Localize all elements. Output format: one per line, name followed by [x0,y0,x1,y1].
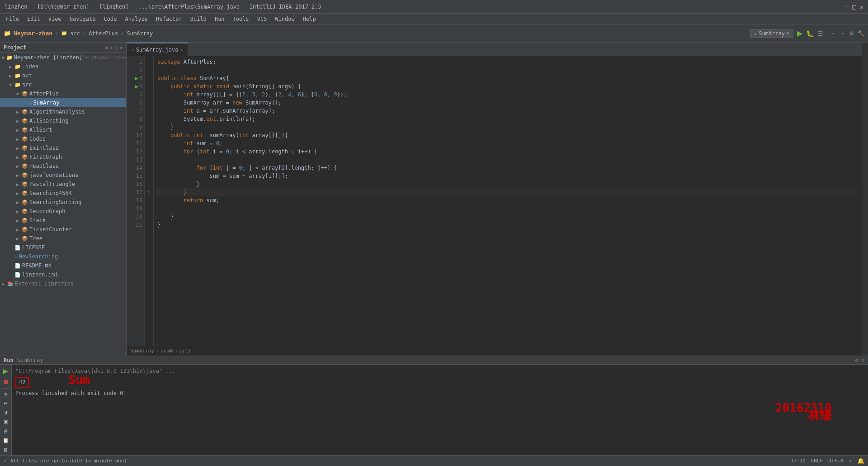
tree-readme[interactable]: 📄 README.md [0,261,126,270]
filter-btn[interactable]: ▣ [3,418,9,426]
indent-4 [157,82,170,90]
ln-2: 2 [128,66,142,74]
status-bar: ✓ All files are up-to-date (a minute ago… [0,455,868,466]
tree-stack[interactable]: ▶ 📦 Stack [0,216,126,225]
tree-secondgraph[interactable]: ▶ 📦 SecondGraph [0,207,126,216]
print-btn[interactable]: 🖨 [2,428,9,435]
tree-allsort[interactable]: ▶ 📦 AllSort [0,125,126,134]
menu-file[interactable]: File [2,15,23,23]
project-panel-header: Project ⚙ ↕ ◯ ✕ [0,43,126,53]
firstgraph-label: FirstGraph [29,154,62,160]
menu-navigate[interactable]: Navigate [66,15,99,23]
wrap-btn[interactable]: ↵ [3,399,9,407]
tree-ticketcounter[interactable]: ▶ 📦 TicketCounter [0,225,126,234]
copy-btn[interactable]: 📋 [2,437,10,444]
settings-icon[interactable]: ⚙ [855,357,859,363]
output-value: 42 [19,379,25,385]
close-btn[interactable]: ✕ [860,3,863,10]
maximize-btn[interactable]: □ [852,3,856,10]
indent-16 [157,180,197,188]
scroll-btn[interactable]: ≡ [3,390,8,398]
coverage-button[interactable]: ☰ [817,30,823,37]
tree-out[interactable]: ▶ 📁 out [0,71,126,80]
clear-btn[interactable]: 🗑 [2,446,9,453]
pause-btn[interactable]: ⏸ [2,409,9,416]
close-panel-icon[interactable]: ✕ [861,357,864,363]
tree-searching4554[interactable]: ▶ 📦 Searching4554 [0,189,126,198]
menu-run[interactable]: Run [211,15,228,23]
gi-18 [146,196,152,204]
menu-code[interactable]: Code [100,15,121,23]
menu-help[interactable]: Help [299,15,320,23]
tree-heapclass[interactable]: ▶ 📦 HeapClass [0,162,126,171]
menu-view[interactable]: View [45,15,65,23]
tab-close[interactable]: ✕ [180,47,183,52]
menu-edit[interactable]: Edit [24,15,44,23]
tree-exinclass[interactable]: ▶ 📦 ExInClass [0,143,126,152]
tree-sumarray[interactable]: ☕ SumArray [0,98,126,107]
num-0: 0 [216,139,219,147]
right-scrollbar[interactable] [862,43,868,356]
debug-button[interactable]: 🐛 [806,30,814,37]
code-content[interactable]: package AfterPlus; public class SumArray… [154,56,862,346]
tree-afterplus[interactable]: ▼ 📦 AfterPlus [0,89,126,98]
panel-icon-4[interactable]: ✕ [119,45,123,51]
back-button[interactable]: ← [831,30,836,37]
gi-19 [146,204,152,213]
tree-pascaltriangle[interactable]: ▶ 📦 PascalTriangle [0,180,126,189]
project-name: Neymar-zhen [14,30,52,37]
return-val: sum; [203,196,219,204]
panel-icon-1[interactable]: ⚙ [105,45,108,51]
menu-refactor[interactable]: Refactor [152,15,186,23]
out-label: out [22,72,32,79]
for-body-14: j = [223,164,239,172]
menu-window[interactable]: Window [271,15,298,23]
tree-algorithmanalysis[interactable]: ▶ 📦 AlgorithmAnalysis [0,107,126,116]
panel-icon-2[interactable]: ↕ [110,45,113,51]
tree-firstgraph[interactable]: ▶ 📦 FirstGraph [0,152,126,162]
panel-icon-3[interactable]: ◯ [115,45,118,51]
tree-idea[interactable]: ▶ 📁 .idea [0,62,126,71]
tree-license[interactable]: 📄 LICENSE [0,243,126,252]
tree-javafoundations[interactable]: ▶ 📦 javafoundations [0,171,126,180]
stop-btn[interactable]: ⏹ [2,377,10,386]
menu-analyze[interactable]: Analyze [121,15,151,23]
sum-annotation: Sum [69,373,90,387]
run-config-dropdown[interactable]: ▼ [787,31,789,36]
forward-button[interactable]: → [840,30,845,37]
tab-sumarray[interactable]: ☕ SumArray.java ✕ [127,43,188,56]
tree-codes[interactable]: ▶ 📦 Codes [0,134,126,143]
codes-icon: 📦 [22,136,28,142]
menu-tools[interactable]: Tools [229,15,253,23]
heapclass-label: HeapClass [29,163,59,169]
secondgraph-label: SecondGraph [29,208,65,214]
gi-9 [146,123,152,131]
tree-external-libs[interactable]: ▶ 📚 External Libraries [0,279,126,288]
run-tab-label[interactable]: Run [4,357,14,363]
tree-src[interactable]: ▼ 📁 src [0,80,126,89]
num-6-2: 6 [314,90,317,99]
status-crlf: CRLF [811,458,823,464]
tree-searchingsorting[interactable]: ▶ 📦 SearchingSorting [0,198,126,207]
ln-6: 6 [128,99,142,107]
settings-button[interactable]: ⚙ [849,30,854,37]
breadcrumb-sumarray: SumArray [127,30,153,37]
tab-icon: ☕ [131,47,134,52]
tree-root[interactable]: ▼ 📁 Neymar-zhen [linzhen] D:\Neymar-zhen [0,53,126,62]
run-button[interactable]: ▶ [797,29,802,38]
tree-tree[interactable]: ▶ 📦 Tree [0,234,126,243]
arr-decl: SumArray arr = [184,99,232,107]
minimize-btn[interactable]: ─ [845,3,849,10]
menu-vcs[interactable]: VCS [254,15,271,23]
code-line-4: public static void main(String[] args) { [157,82,858,90]
build-button[interactable]: 🔨 [858,30,864,37]
window-controls[interactable]: ─ □ ✕ [845,3,863,10]
run-btn[interactable]: ▶ [2,366,9,376]
code-line-5: int array[][] = {{2, 3, 2}, {2, 4, 6}, {… [157,90,858,99]
tree-allsearching[interactable]: ▶ 📦 AllSearching [0,116,126,125]
tree-linzhen-iml[interactable]: 📄 linzhen.iml [0,270,126,279]
for-init-14: ( [206,164,212,172]
menu-build[interactable]: Build [187,15,210,23]
tree-newsearching[interactable]: ☕ NewSearching [0,252,126,261]
comma2: , [255,90,262,99]
